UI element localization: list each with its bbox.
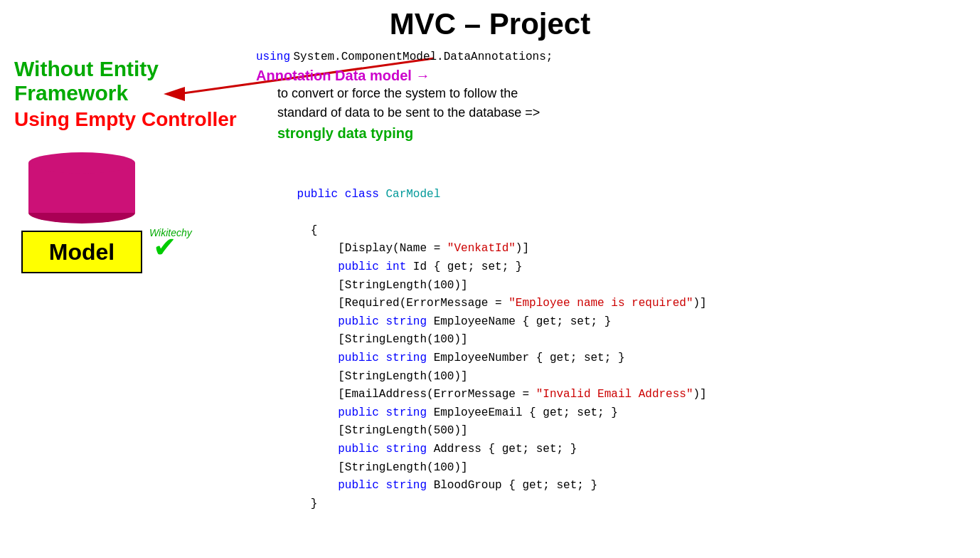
database-diagram: Model Wikitechy ✔ (14, 152, 249, 273)
code-line-14: [StringLength(100)] (256, 459, 973, 478)
code-line-9: [StringLength(100)] (256, 368, 973, 386)
code-line-5: [Required(ErrorMessage = "Employee name … (256, 295, 973, 313)
right-panel: using System.ComponentModel.DataAnnotati… (256, 50, 973, 142)
code-line-2: [Display(Name = "VenkatId")] (256, 240, 973, 258)
desc-line2: standard of data to be sent to the datab… (277, 105, 540, 120)
code-line-8: public string EmployeeNumber { get; set;… (256, 349, 973, 368)
model-box-label: Model (49, 239, 114, 265)
cylinder-top (28, 152, 135, 174)
code-line-1: { (256, 222, 973, 241)
without-ef-label: Without Entity Framework (14, 57, 249, 105)
page-title: MVC – Project (0, 0, 980, 41)
code-line-10: [EmailAddress(ErrorMessage = "Invalid Em… (256, 386, 973, 404)
code-line-7: [StringLength(100)] (256, 331, 973, 349)
model-box: Model (21, 231, 142, 273)
code-line-4: [StringLength(100)] (256, 277, 973, 295)
checkmark-icon: ✔ (153, 231, 177, 263)
code-line-11: public string EmployeeEmail { get; set; … (256, 404, 973, 423)
code-line-16: } (256, 495, 973, 514)
code-line-12: [StringLength(500)] (256, 422, 973, 441)
cylinder-shape (28, 152, 135, 223)
annotation-desc: to convert or force the system to follow… (277, 84, 973, 122)
code-line-6: public string EmployeeName { get; set; } (256, 313, 973, 332)
code-line-13: public string Address { get; set; } (256, 441, 973, 459)
code-block: public class CarModel { [Display(Name = … (256, 167, 973, 513)
using-empty-label: Using Empty Controller (14, 108, 249, 131)
code-line-15: public string BloodGroup { get; set; } (256, 477, 973, 495)
strongly-typed-label: strongly data typing (277, 125, 973, 142)
using-statement: using System.ComponentModel.DataAnnotati… (256, 50, 973, 63)
desc-line1: to convert or force the system to follow… (277, 86, 518, 100)
code-line-0: public class CarModel (256, 167, 973, 222)
left-panel: Without Entity Framework Using Empty Con… (14, 57, 249, 273)
annotation-data-model-text: Annotation Data model → (256, 68, 430, 83)
code-line-3: public int Id { get; set; } (256, 258, 973, 277)
annotation-data-model-line: Annotation Data model → (256, 68, 973, 84)
